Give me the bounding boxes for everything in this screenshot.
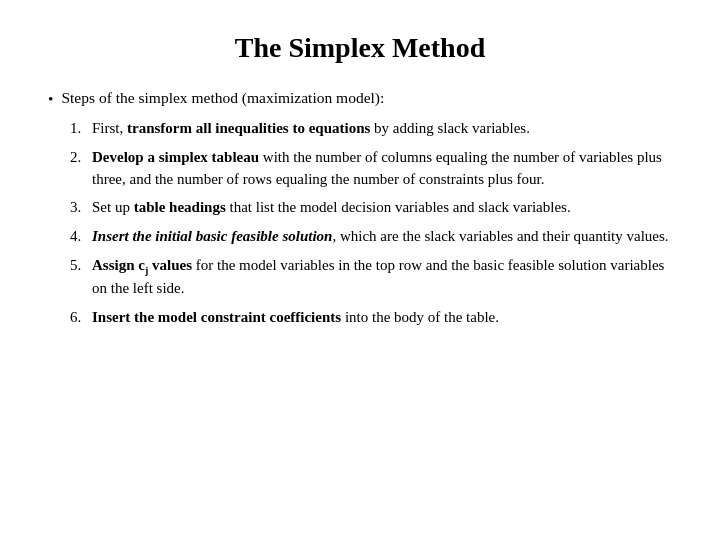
step-text-5: Assign cj values for the model variables… xyxy=(92,255,672,300)
step-number-4: 4. xyxy=(70,226,92,248)
step-number-6: 6. xyxy=(70,307,92,329)
step4-bold-italic: Insert the initial basic feasible soluti… xyxy=(92,228,332,244)
step-item-4: 4. Insert the initial basic feasible sol… xyxy=(70,226,672,248)
step6-bold: Insert the model constraint coefficients xyxy=(92,309,341,325)
step-number-2: 2. xyxy=(70,147,92,169)
step-text-6: Insert the model constraint coefficients… xyxy=(92,307,499,329)
step-number-1: 1. xyxy=(70,118,92,140)
content-section: • Steps of the simplex method (maximizat… xyxy=(48,87,672,336)
page-title: The Simplex Method xyxy=(48,28,672,69)
page-container: The Simplex Method • Steps of the simple… xyxy=(0,0,720,540)
step-text-3: Set up table headings that list the mode… xyxy=(92,197,571,219)
main-bullet: • Steps of the simplex method (maximizat… xyxy=(48,87,672,110)
main-bullet-text: Steps of the simplex method (maximizatio… xyxy=(61,87,384,109)
step-number-3: 3. xyxy=(70,197,92,219)
step-item-2: 2. Develop a simplex tableau with the nu… xyxy=(70,147,672,191)
steps-list: 1. First, transform all inequalities to … xyxy=(48,118,672,329)
step1-bold: transform all inequalities to equations xyxy=(127,120,370,136)
step-item-3: 3. Set up table headings that list the m… xyxy=(70,197,672,219)
step5-sub: j xyxy=(145,265,148,276)
step-item-6: 6. Insert the model constraint coefficie… xyxy=(70,307,672,329)
bullet-dot: • xyxy=(48,88,53,110)
step3-bold: table headings xyxy=(134,199,226,215)
step-item-1: 1. First, transform all inequalities to … xyxy=(70,118,672,140)
step-text-1: First, transform all inequalities to equ… xyxy=(92,118,530,140)
step-item-5: 5. Assign cj values for the model variab… xyxy=(70,255,672,300)
step-text-4: Insert the initial basic feasible soluti… xyxy=(92,226,669,248)
step2-bold: Develop a simplex tableau xyxy=(92,149,259,165)
step-number-5: 5. xyxy=(70,255,92,277)
step-text-2: Develop a simplex tableau with the numbe… xyxy=(92,147,672,191)
step5-assign: Assign cj values xyxy=(92,257,192,273)
